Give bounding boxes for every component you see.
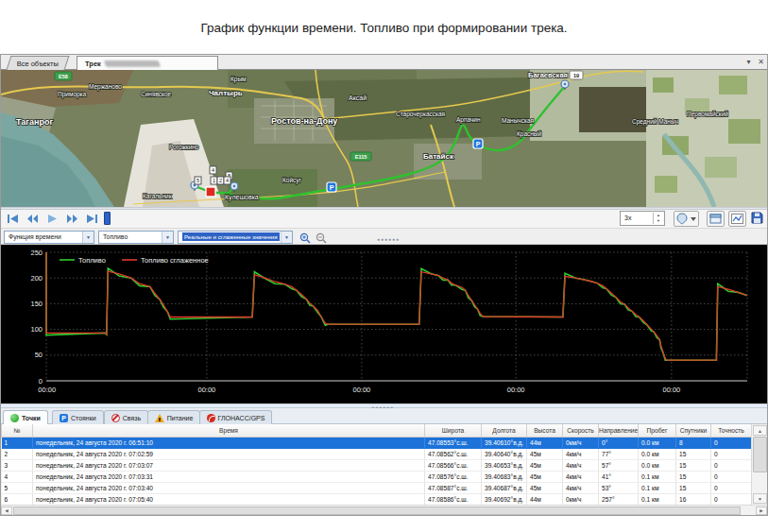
table-cell: 44м (527, 493, 563, 505)
column-header[interactable]: Широта (425, 424, 482, 437)
table-cell: 47.08576°с.ш. (425, 471, 482, 482)
skip-start-button[interactable] (5, 212, 21, 225)
tab-all-objects[interactable]: Все объекты (7, 56, 70, 70)
bottom-tab-label: Стоянки (71, 415, 96, 421)
function-combo-value: Функция времени (9, 233, 61, 240)
speed-value: 3x (624, 215, 631, 221)
svg-text:1: 1 (213, 178, 215, 183)
save-button[interactable] (750, 211, 766, 227)
tab-track-label: Трек (85, 60, 101, 68)
table-row[interactable]: 3понедельник, 24 августа 2020 г. 07:03:0… (2, 459, 752, 471)
tab-all-objects-label: Все объекты (17, 60, 59, 68)
map-window-button[interactable] (707, 211, 725, 227)
map-place-label: Красный (517, 130, 542, 138)
timeline-slider-handle[interactable] (104, 212, 111, 225)
numbered-point-marker[interactable]: 4 (224, 177, 230, 184)
chevron-down-icon[interactable]: ▾ (743, 57, 754, 68)
svg-text:200: 200 (30, 274, 43, 283)
scroll-right-icon[interactable]: ▶ (756, 506, 767, 515)
table-cell: 77° (599, 448, 639, 459)
speed-spinner[interactable]: 3x ▲▼ (620, 211, 665, 226)
table-row[interactable]: 1понедельник, 24 августа 2020 г. 06:51:1… (2, 437, 752, 448)
chevron-down-icon[interactable]: ▼ (281, 232, 292, 243)
table-row[interactable]: 2понедельник, 24 августа 2020 г. 07:02:5… (2, 448, 752, 459)
table-cell: 39.40610°в.д. (482, 437, 527, 448)
mode-combo-value: Реальные и сглаженные значения (182, 232, 280, 241)
table-cell: 0 (711, 448, 752, 459)
svg-text:50: 50 (35, 351, 43, 359)
numbered-point-marker[interactable]: 1 (211, 177, 217, 184)
scroll-down-icon[interactable]: ▼ (753, 493, 767, 504)
map-view[interactable]: E58E11519ТаганрогПриморкаМержановоСинявс… (1, 70, 767, 207)
mode-combo[interactable]: Реальные и сглаженные значения▼ (178, 231, 293, 244)
map-place-label: Манычская (502, 117, 535, 124)
zoom-in-icon[interactable] (299, 232, 312, 244)
column-header[interactable]: Скорость (563, 424, 599, 437)
svg-text:P: P (476, 141, 481, 147)
column-header[interactable]: Высота (527, 424, 563, 437)
connection-icon (111, 414, 120, 422)
bottom-tab-power[interactable]: Питание (147, 410, 201, 424)
table-cell: 0 (711, 437, 752, 448)
scroll-up-icon[interactable]: ▲ (753, 425, 767, 436)
bottom-tab-glonass[interactable]: ГЛОНАСС/GPS (199, 410, 273, 424)
current-position-marker[interactable] (206, 187, 215, 197)
column-header[interactable]: Время (33, 424, 425, 437)
table-cell: 0.1 км (639, 493, 676, 505)
table-cell: понедельник, 24 августа 2020 г. 07:03:07 (33, 459, 425, 471)
column-header[interactable]: Точность (711, 424, 752, 437)
svg-text:0: 0 (39, 377, 43, 386)
table-cell: 45м (527, 482, 563, 493)
svg-text:4: 4 (212, 167, 214, 173)
table-vertical-scrollbar[interactable]: ▲ ▼ (751, 424, 767, 505)
bottom-tab-parking[interactable]: PСтоянки (52, 410, 104, 424)
table-cell: 6 (2, 493, 33, 505)
column-header[interactable]: Пробег (639, 424, 676, 437)
table-horizontal-scrollbar[interactable]: ◀ ▶ (1, 505, 767, 515)
scroll-left-icon[interactable]: ◀ (1, 506, 12, 515)
series-fuel-smoothed (46, 252, 747, 360)
parameter-combo[interactable]: Топливо▼ (98, 231, 174, 244)
bottom-tab-connection[interactable]: Связь (104, 410, 148, 424)
close-icon[interactable]: ✕ (756, 57, 766, 68)
function-combo[interactable]: Функция времени▼ (4, 231, 94, 244)
numbered-point-marker[interactable]: 2 (217, 177, 224, 184)
table-cell: 0.0 км (639, 448, 676, 459)
table-row[interactable]: 6понедельник, 24 августа 2020 г. 07:05:4… (2, 493, 752, 505)
fuel-chart[interactable]: 05010015020025000:0000:0000:0000:0000:00… (1, 245, 767, 403)
table-row[interactable]: 5понедельник, 24 августа 2020 г. 07:03:4… (2, 482, 752, 493)
skip-end-button[interactable] (84, 212, 100, 225)
table-cell: 0км/ч (563, 493, 599, 505)
play-button[interactable] (44, 212, 60, 225)
svg-text:19: 19 (573, 73, 579, 78)
chart-window-button[interactable] (728, 211, 746, 227)
table-cell: 4 (2, 471, 33, 482)
bottom-tab-points[interactable]: Точки (3, 410, 48, 424)
x-tick-label: 00:00 (198, 386, 216, 394)
parking-marker[interactable]: P (327, 182, 336, 192)
column-header[interactable]: № (2, 424, 33, 437)
numbered-point-marker[interactable]: 4 (210, 166, 216, 174)
table-cell: понедельник, 24 августа 2020 г. 06:51:10 (33, 437, 425, 448)
chevron-down-icon[interactable]: ▼ (162, 232, 173, 243)
balloon-dropdown-button[interactable] (674, 211, 699, 227)
numbered-point-marker[interactable]: 5 (195, 177, 201, 184)
points-table: №ВремяШиротаДолготаВысотаСкоростьНаправл… (1, 424, 751, 506)
table-cell: 5 (2, 482, 33, 493)
chevron-down-icon[interactable]: ▼ (82, 232, 94, 243)
scrollbar-thumb[interactable] (13, 506, 741, 515)
bottom-tab-label: Связь (123, 415, 141, 421)
scrollbar-thumb[interactable] (753, 437, 767, 472)
zoom-out-icon[interactable] (316, 232, 328, 244)
column-header[interactable]: Долгота (482, 424, 527, 437)
parking-marker[interactable]: P (473, 139, 483, 148)
table-cell: 57° (599, 459, 639, 471)
step-back-button[interactable] (25, 212, 41, 225)
table-cell: 15 (676, 471, 711, 482)
spinner-arrows-icon[interactable]: ▲▼ (653, 213, 663, 224)
tab-track[interactable]: Трек (77, 56, 218, 70)
column-header[interactable]: Направление (599, 424, 639, 437)
column-header[interactable]: Спутники (676, 424, 711, 437)
step-forward-button[interactable] (64, 212, 80, 225)
table-row[interactable]: 4понедельник, 24 августа 2020 г. 07:03:3… (2, 471, 752, 482)
